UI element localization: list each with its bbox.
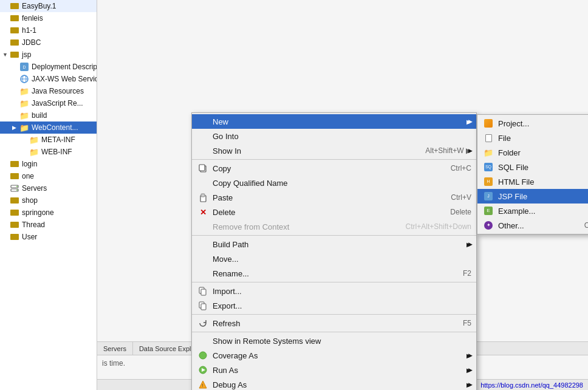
tree-item-webcontent[interactable]: ▶ 📁 WebContent...: [0, 121, 97, 134]
tree-item-build[interactable]: 📁 build: [0, 109, 97, 121]
menu-item-debugas[interactable]: ! Debug As ▶: [192, 377, 476, 390]
submenu-item-htmlfile[interactable]: H HTML File: [477, 174, 588, 189]
package-icon: [10, 13, 19, 23]
menu-label-delete: Delete: [213, 208, 438, 217]
remove-shortcut: Ctrl+Alt+Shift+Down: [406, 222, 471, 231]
paste-icon: [197, 193, 209, 202]
export-icon: [197, 301, 209, 310]
package-icon: [10, 26, 19, 35]
tree-item-login[interactable]: login: [0, 158, 97, 170]
tree-item-fenleis[interactable]: fenleis: [0, 12, 97, 24]
submenu-item-project[interactable]: Project...: [477, 116, 588, 131]
paste-shortcut: Ctrl+V: [451, 193, 471, 202]
menu-item-rename[interactable]: Rename... F2: [192, 266, 476, 281]
tree-item-servers[interactable]: Servers: [0, 182, 97, 194]
menu-label-rename: Rename...: [213, 269, 451, 278]
status-url: https://blog.csdn.net/qq_44982298: [480, 381, 583, 389]
package-icon: [10, 171, 19, 181]
showinremote-icon: [197, 336, 209, 346]
menu-item-export[interactable]: Export...: [192, 298, 476, 313]
move-icon: [197, 254, 209, 264]
tree-item-deployment[interactable]: D Deployment Descriptor: jsp: [0, 61, 97, 73]
menu-item-coverageas[interactable]: Coverage As ▶: [192, 348, 476, 363]
package-icon: [10, 1, 19, 11]
tree-item-shop[interactable]: shop: [0, 194, 97, 207]
submenu-item-file[interactable]: File: [477, 131, 588, 145]
menu-item-runas[interactable]: Run As ▶: [192, 363, 476, 377]
tree-item-javascript[interactable]: 📁 JavaScript Re...: [0, 97, 97, 109]
tree-item-easybuy[interactable]: EasyBuy.1: [0, 0, 97, 12]
context-menu: New ▶ Project...: [191, 112, 477, 390]
tree-item-user[interactable]: User: [0, 231, 97, 243]
bottom-content-text: is time.: [102, 359, 125, 368]
menu-label-copy: Copy: [213, 164, 439, 173]
menu-item-showinremote[interactable]: Show in Remote Systems view: [192, 334, 476, 348]
webservice-icon: [19, 74, 29, 84]
menu-item-move[interactable]: Move...: [192, 251, 476, 266]
separator-3: [192, 282, 476, 282]
tree-item-h1-1[interactable]: h1-1: [0, 24, 97, 36]
submenu-label-example: Example...: [498, 207, 588, 216]
package-icon: [10, 159, 19, 169]
separator-4: [192, 314, 476, 315]
submenu-item-example[interactable]: E Example...: [477, 204, 588, 218]
svg-rect-10: [201, 194, 205, 197]
new-icon: [197, 117, 209, 126]
tree-label: shop: [22, 196, 38, 205]
menu-item-paste[interactable]: Paste Ctrl+V: [192, 190, 476, 205]
submenu-label-jspfile: JSP File: [498, 192, 588, 201]
menu-item-delete[interactable]: ✕ Delete Delete: [192, 205, 476, 219]
tab-servers[interactable]: Servers: [97, 342, 133, 355]
server-icon: [10, 183, 19, 193]
menu-label-new: New: [213, 117, 462, 126]
copy-icon: [197, 163, 209, 173]
tree-label: Java Resources: [32, 87, 84, 95]
tree-label: fenleis: [22, 14, 43, 22]
tree-item-jsp[interactable]: ▼ jsp: [0, 49, 97, 61]
menu-item-import[interactable]: Import...: [192, 284, 476, 298]
menu-label-coverageas: Coverage As: [213, 351, 462, 360]
other-shortcut: Ctrl+N: [584, 221, 588, 230]
tree-item-one[interactable]: one: [0, 170, 97, 182]
tree-item-springone[interactable]: springone: [0, 207, 97, 219]
submenu-item-other[interactable]: ✦ Other... Ctrl+N: [477, 218, 588, 233]
tree-item-meta-inf[interactable]: 📁 META-INF: [0, 134, 97, 146]
submenu-item-folder[interactable]: 📁 Folder: [477, 145, 588, 160]
menu-item-new[interactable]: New ▶ Project...: [192, 114, 476, 129]
menu-item-copy[interactable]: Copy Ctrl+C: [192, 161, 476, 176]
submenu-item-sqlfile[interactable]: SQ SQL File: [477, 160, 588, 174]
submenu-item-jspfile[interactable]: J JSP File: [477, 189, 588, 204]
tree-collapse-arrow: ▼: [2, 52, 10, 58]
delete-shortcut: Delete: [450, 208, 471, 216]
jsp-icon: J: [482, 191, 494, 201]
tree-item-java-resources[interactable]: 📁 Java Resources: [0, 85, 97, 97]
menu-item-gointo[interactable]: Go Into: [192, 129, 476, 143]
import-icon: [197, 286, 209, 296]
menu-item-showin[interactable]: Show In Alt+Shift+W ▶: [192, 143, 476, 158]
menu-item-refresh[interactable]: Refresh F5: [192, 316, 476, 330]
tree-item-jdbc[interactable]: JDBC: [0, 36, 97, 49]
package-icon: [10, 196, 19, 205]
tree-item-web-inf[interactable]: 📁 WEB-INF: [0, 146, 97, 158]
tree-label: WEB-INF: [41, 148, 72, 156]
gointo-icon: [197, 131, 209, 141]
folder-icon: 📁: [19, 111, 29, 120]
svg-rect-14: [201, 304, 206, 310]
menu-item-copyqualified[interactable]: Copy Qualified Name: [192, 176, 476, 190]
submenu-label-file: File: [498, 134, 588, 143]
folder-icon: 📁: [29, 135, 39, 145]
menu-label-showinremote: Show in Remote Systems view: [213, 337, 471, 346]
tree-label: JDBC: [22, 38, 41, 47]
menu-item-buildpath[interactable]: Build Path ▶: [192, 237, 476, 251]
submenu-label-project: Project...: [498, 119, 588, 128]
menu-label-runas: Run As: [213, 366, 462, 375]
tab-servers-label: Servers: [103, 345, 126, 352]
delete-icon: ✕: [197, 207, 209, 217]
tree-item-jaxws[interactable]: JAX-WS Web Services: [0, 73, 97, 85]
tree-item-thread[interactable]: Thread: [0, 219, 97, 231]
rename-icon: [197, 269, 209, 278]
folder-icon: 📁: [482, 148, 494, 157]
tree-label: User: [22, 233, 37, 241]
showin-icon: [197, 146, 209, 156]
svg-rect-12: [201, 289, 206, 295]
